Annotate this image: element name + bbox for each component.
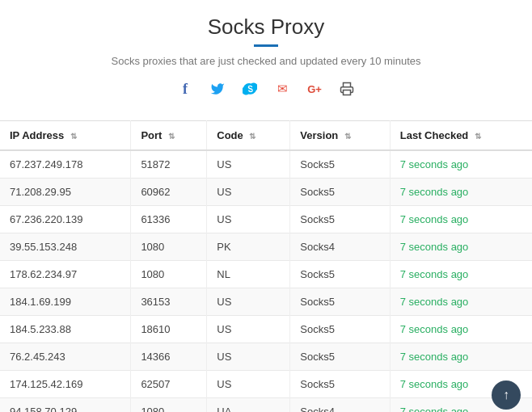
page-title: Socks Proxy <box>8 15 524 40</box>
cell-last_checked: 7 seconds ago <box>390 233 532 261</box>
table-row: 67.236.220.13961336USSocks57 seconds ago <box>0 206 532 233</box>
cell-port: 60962 <box>131 179 207 206</box>
cell-code: US <box>207 288 290 316</box>
cell-port: 62507 <box>131 371 207 398</box>
skype-icon[interactable] <box>238 77 262 101</box>
cell-last_checked: 7 seconds ago <box>390 179 532 206</box>
cell-ip: 71.208.29.95 <box>0 179 131 206</box>
table-row: 174.125.42.16962507USSocks57 seconds ago <box>0 371 532 398</box>
cell-ip: 67.237.249.178 <box>0 150 131 179</box>
col-port: Port ⇅ <box>131 121 207 151</box>
table-row: 39.55.153.2481080PKSocks47 seconds ago <box>0 233 532 261</box>
sort-icon-ip[interactable]: ⇅ <box>70 132 77 141</box>
table-row: 184.5.233.8818610USSocks57 seconds ago <box>0 316 532 343</box>
cell-port: 51872 <box>131 150 207 179</box>
social-icons-bar: f ✉ G+ <box>8 77 524 101</box>
cell-code: UA <box>207 398 290 413</box>
table-row: 178.62.234.971080NLSocks57 seconds ago <box>0 261 532 288</box>
cell-port: 14366 <box>131 343 207 371</box>
cell-version: Socks5 <box>290 206 390 233</box>
cell-ip: 39.55.153.248 <box>0 233 131 261</box>
cell-version: Socks4 <box>290 233 390 261</box>
cell-version: Socks5 <box>290 343 390 371</box>
cell-version: Socks5 <box>290 316 390 343</box>
cell-version: Socks5 <box>290 179 390 206</box>
cell-ip: 184.5.233.88 <box>0 316 131 343</box>
twitter-icon[interactable] <box>205 77 230 101</box>
table-row: 184.1.69.19936153USSocks57 seconds ago <box>0 288 532 316</box>
svg-rect-0 <box>344 90 351 95</box>
table-row: 94.158.70.1291080UASocks47 seconds ago <box>0 398 532 413</box>
table-row: 71.208.29.9560962USSocks57 seconds ago <box>0 179 532 206</box>
cell-last_checked: 7 seconds ago <box>390 288 532 316</box>
facebook-icon[interactable]: f <box>173 77 197 101</box>
cell-port: 61336 <box>131 206 207 233</box>
proxy-table: IP Address ⇅ Port ⇅ Code ⇅ Version ⇅ Las… <box>0 120 532 412</box>
print-icon[interactable] <box>335 77 359 101</box>
col-version: Version ⇅ <box>290 121 390 151</box>
subtitle: Socks proxies that are just checked and … <box>8 55 524 67</box>
cell-version: Socks5 <box>290 150 390 179</box>
cell-version: Socks4 <box>290 398 390 413</box>
sort-icon-last-checked[interactable]: ⇅ <box>475 132 481 141</box>
cell-version: Socks5 <box>290 371 390 398</box>
cell-code: US <box>207 179 290 206</box>
cell-ip: 94.158.70.129 <box>0 398 131 413</box>
cell-port: 1080 <box>131 261 207 288</box>
cell-code: PK <box>207 233 290 261</box>
email-icon[interactable]: ✉ <box>270 77 294 101</box>
cell-code: US <box>207 371 290 398</box>
back-to-top-button[interactable]: ↑ <box>492 380 521 410</box>
cell-last_checked: 7 seconds ago <box>390 150 532 179</box>
sort-icon-version[interactable]: ⇅ <box>344 132 351 141</box>
cell-version: Socks5 <box>290 261 390 288</box>
col-ip: IP Address ⇅ <box>0 121 131 151</box>
col-code: Code ⇅ <box>207 121 290 151</box>
cell-last_checked: 7 seconds ago <box>390 343 532 371</box>
cell-last_checked: 7 seconds ago <box>390 316 532 343</box>
cell-port: 18610 <box>131 316 207 343</box>
table-row: 67.237.249.17851872USSocks57 seconds ago <box>0 150 532 179</box>
cell-ip: 184.1.69.199 <box>0 288 131 316</box>
table-row: 76.2.45.24314366USSocks57 seconds ago <box>0 343 532 371</box>
cell-code: US <box>207 150 290 179</box>
cell-ip: 178.62.234.97 <box>0 261 131 288</box>
cell-last_checked: 7 seconds ago <box>390 261 532 288</box>
cell-ip: 76.2.45.243 <box>0 343 131 371</box>
cell-code: US <box>207 343 290 371</box>
cell-last_checked: 7 seconds ago <box>390 206 532 233</box>
cell-code: NL <box>207 261 290 288</box>
sort-icon-code[interactable]: ⇅ <box>249 132 255 141</box>
cell-ip: 174.125.42.169 <box>0 371 131 398</box>
gplus-icon[interactable]: G+ <box>302 77 327 101</box>
table-header-row: IP Address ⇅ Port ⇅ Code ⇅ Version ⇅ Las… <box>0 121 532 151</box>
title-underline <box>254 44 278 47</box>
cell-code: US <box>207 316 290 343</box>
sort-icon-port[interactable]: ⇅ <box>168 132 175 141</box>
cell-port: 36153 <box>131 288 207 316</box>
cell-ip: 67.236.220.139 <box>0 206 131 233</box>
col-last-checked: Last Checked ⇅ <box>390 121 532 151</box>
cell-port: 1080 <box>131 233 207 261</box>
cell-port: 1080 <box>131 398 207 413</box>
cell-code: US <box>207 206 290 233</box>
cell-version: Socks5 <box>290 288 390 316</box>
